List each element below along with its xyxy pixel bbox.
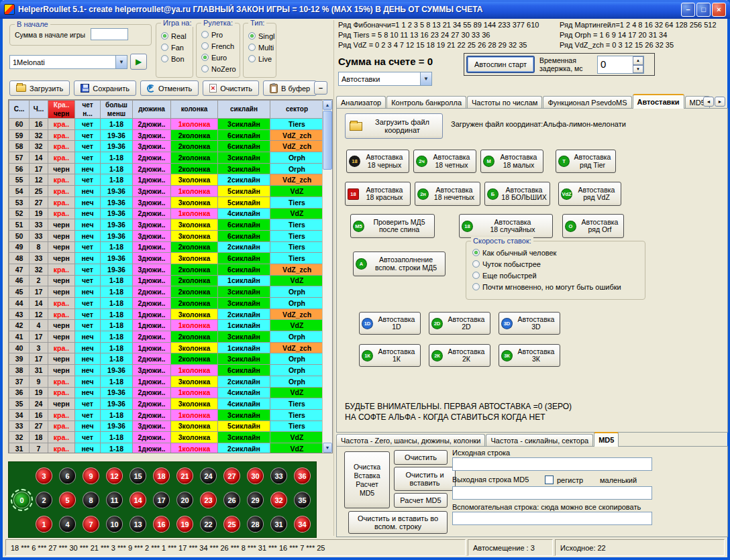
aux-string-input[interactable]	[452, 512, 652, 525]
column-header[interactable]: четн...	[75, 101, 101, 119]
board-number-36[interactable]: 36	[294, 467, 311, 484]
table-row[interactable]: 4732кра..чет19-363дюжи..2колонка6сиклайн…	[9, 264, 324, 275]
tab-Частоты по числам[interactable]: Частоты по числам	[467, 96, 542, 109]
radio-option[interactable]: Multi	[244, 42, 276, 53]
output-string-input[interactable]	[452, 486, 652, 500]
table-row[interactable]: 3327кра..неч19-363дюжи..3колонка5сиклайн…	[9, 421, 324, 432]
board-number-32[interactable]: 32	[270, 492, 287, 508]
column-header[interactable]: сектор	[270, 101, 324, 119]
radio-option[interactable]: Еще побыстрей	[468, 270, 645, 281]
board-number-21[interactable]: 21	[176, 467, 193, 484]
table-row[interactable]: 498чернчет1-181дюжи..2колонка2сиклайнTie…	[9, 241, 324, 253]
table-row[interactable]: 3619кра..неч19-362дюжи..1колонка4сиклайн…	[9, 387, 324, 398]
table-row[interactable]: 424чернчет1-181дюжи..1колонка1сиклайнVdZ	[9, 320, 324, 331]
bet-button[interactable]: 18Автоставка18 черных	[346, 150, 409, 173]
board-number-35[interactable]: 35	[294, 492, 311, 508]
delay-spinner[interactable]: 0 ▲ ▼	[597, 56, 644, 74]
radio-option[interactable]: Почти мгновенно, но могут быть ошибки	[468, 281, 645, 292]
table-row[interactable]: 5219кра..неч19-362дюжи..1колонка4сиклайн…	[9, 208, 324, 219]
bet-button[interactable]: 1DАвтоставка1D	[359, 312, 421, 335]
table-row[interactable]: 3524чернчет19-362дюжи..3колонка4сиклайнT…	[9, 398, 324, 410]
board-number-17[interactable]: 17	[153, 492, 170, 508]
board-number-10[interactable]: 10	[106, 516, 123, 533]
table-row[interactable]: 3218кра..чет1-182дюжи..3колонка3сиклайнV…	[9, 432, 324, 443]
board-number-27[interactable]: 27	[223, 467, 240, 484]
tab-MD5[interactable]: MD5	[594, 432, 619, 447]
tabs-scroll-left-icon[interactable]: ◄	[703, 97, 714, 107]
table-row[interactable]: 5617черннеч1-182дюжи..2колонка3сиклайнOr…	[9, 163, 324, 174]
bet-button[interactable]: 2DАвтоставка2D	[429, 312, 490, 335]
table-row[interactable]: 3416кра..чет1-182дюжи..1колонка3сиклайнT…	[9, 409, 324, 421]
bet-button[interactable]: ОАвтоставкаряд Orf	[562, 214, 624, 238]
board-number-31[interactable]: 31	[270, 516, 287, 533]
table-row[interactable]: 5932кра..чет19-363дюжи..2колонка6сиклайн…	[9, 129, 324, 141]
table-row[interactable]: 5425кра..неч19-363дюжи..1колонка5сиклайн…	[9, 186, 324, 197]
tabs-scroll-right-icon[interactable]: ►	[715, 97, 725, 107]
autofill-md5-button[interactable]: А Автозаполнениевспом. строки МД5	[353, 251, 446, 276]
table-row[interactable]: 4833черннеч19-363дюжи..3колонка6сиклайнT…	[9, 253, 324, 264]
scroll-up-icon[interactable]: ▲	[323, 100, 332, 110]
board-number-8[interactable]: 8	[83, 492, 99, 508]
to-buffer-button[interactable]: В буфер	[263, 80, 317, 96]
scrollbar-thumb[interactable]	[323, 111, 332, 170]
board-number-18[interactable]: 18	[153, 467, 170, 484]
md5-clear-button[interactable]: Очистить	[394, 450, 448, 465]
bet-button[interactable]: 2чАвтоставка18 четных	[413, 150, 476, 173]
board-number-5[interactable]: 5	[59, 492, 76, 508]
source-string-input[interactable]	[452, 457, 652, 471]
table-row[interactable]: 5033черннеч19-363дюжи..3колонка6сиклайнT…	[9, 230, 324, 241]
radio-option[interactable]: French	[197, 40, 240, 52]
minimize-button[interactable]: –	[681, 3, 695, 17]
bet-button[interactable]: МАвтоставка18 малых	[480, 150, 543, 173]
bet-button[interactable]: 18Автоставка18 случайных	[459, 214, 553, 238]
board-number-16[interactable]: 16	[153, 516, 170, 533]
spinner-up-icon[interactable]: ▲	[633, 56, 643, 65]
load-coords-button[interactable]: Загрузить файл координат	[345, 113, 443, 139]
board-number-26[interactable]: 26	[223, 492, 240, 508]
undo-button[interactable]: Отменить	[140, 80, 199, 96]
start-sum-input[interactable]	[91, 28, 128, 40]
bet-button[interactable]: 18Автоставка18 красных	[345, 182, 411, 206]
tab-Частота - Zero, шансы, дюжины, колонки[interactable]: Частота - Zero, шансы, дюжины, колонки	[336, 434, 485, 447]
board-number-9[interactable]: 9	[83, 467, 99, 484]
column-header[interactable]: большменш	[101, 101, 133, 119]
board-number-4[interactable]: 4	[59, 516, 76, 533]
bet-button[interactable]: VdZАвтоставкаряд VdZ	[558, 182, 621, 206]
bet-button[interactable]: 2КАвтоставка2К	[429, 344, 490, 367]
radio-option[interactable]: Чуток побыстрее	[468, 258, 645, 270]
autospin-start-button[interactable]: Автоспин старт	[466, 56, 535, 73]
chevron-down-icon[interactable]: ▼	[420, 72, 431, 85]
board-number-14[interactable]: 14	[129, 492, 146, 508]
bet-button[interactable]: 1КАвтоставка1К	[359, 344, 421, 367]
maximize-button[interactable]: □	[696, 3, 711, 17]
tab-Контроль банкролла[interactable]: Контроль банкролла	[386, 96, 466, 109]
save-button[interactable]: Сохранить	[74, 80, 136, 96]
tab-Функционал PsevdoMS[interactable]: Функционал PsevdoMS	[543, 96, 631, 109]
column-header[interactable]: дюжина	[133, 101, 171, 119]
board-number-29[interactable]: 29	[247, 492, 264, 508]
table-row[interactable]: 379кра..неч1-181дюжи..3колонка2сиклайнOr…	[9, 376, 324, 387]
radio-option[interactable]: NoZero	[197, 63, 240, 74]
board-number-23[interactable]: 23	[200, 492, 217, 508]
column-header[interactable]: С...	[9, 101, 30, 119]
bet-button[interactable]: М5Проверить МД5после спина	[350, 214, 435, 238]
column-header[interactable]: Кра..черн	[48, 101, 75, 119]
radio-option[interactable]: Euro	[197, 52, 240, 63]
bet-button[interactable]: 3КАвтоставка3К	[499, 344, 560, 367]
column-header[interactable]: сиклайн	[218, 101, 270, 119]
board-number-33[interactable]: 33	[270, 467, 287, 484]
table-row[interactable]: 6016кра..чет1-182дюжи..1колонка3сиклайнT…	[9, 119, 324, 130]
table-row[interactable]: 317кра..неч1-181дюжи..1колонка2сиклайнVd…	[9, 443, 324, 453]
board-number-15[interactable]: 15	[129, 467, 146, 484]
scroll-down-icon[interactable]: ▼	[323, 443, 332, 453]
tab-Частота - сиклайны, сектора[interactable]: Частота - сиклайны, сектора	[486, 434, 593, 447]
play-button[interactable]: ▶	[130, 54, 147, 70]
table-row[interactable]: 5832кра..чет19-363дюжи..2колонка6сиклайн…	[9, 141, 324, 152]
board-number-13[interactable]: 13	[129, 516, 146, 533]
radio-option[interactable]: Live	[244, 53, 276, 64]
tab-Автоставки[interactable]: Автоставки	[633, 94, 684, 109]
table-row[interactable]: 403кра..неч1-181дюжи..3колонка1сиклайнVd…	[9, 342, 324, 353]
table-row[interactable]: 5714кра..чет1-182дюжи..2колонка3сиклайнO…	[9, 152, 324, 164]
register-checkbox[interactable]	[545, 475, 554, 484]
md5-calc-button[interactable]: Расчет MD5	[394, 493, 448, 508]
